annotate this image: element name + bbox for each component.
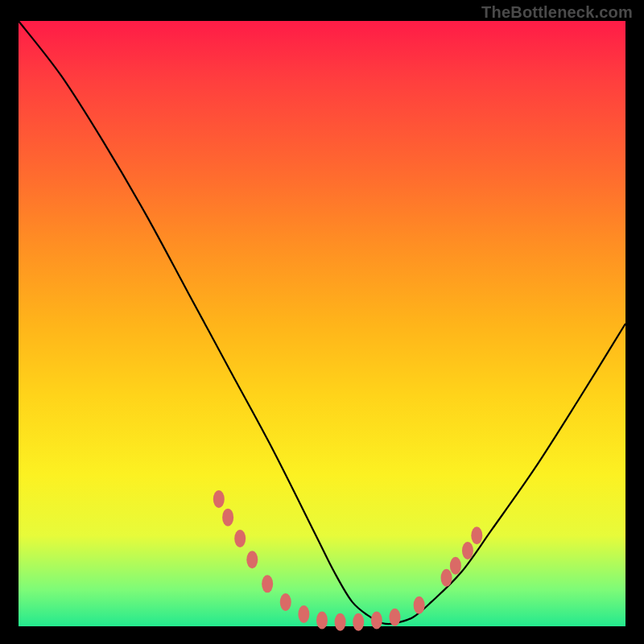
curve-marker (298, 605, 309, 623)
chart-svg (0, 0, 644, 644)
curve-line (19, 21, 625, 624)
curve-marker (389, 609, 400, 626)
curve-marker (414, 597, 425, 614)
curve-marker (246, 551, 258, 568)
curve-marker (450, 557, 461, 575)
curve-markers (213, 490, 482, 631)
curve-marker (213, 490, 225, 508)
curve-marker (335, 613, 346, 631)
curve-marker (441, 569, 452, 587)
curve-marker (234, 530, 246, 547)
chart-stage: TheBottleneck.com (0, 0, 644, 644)
curve-marker (371, 611, 382, 629)
curve-marker (471, 526, 482, 544)
curve-marker (316, 611, 328, 629)
curve-marker (262, 575, 273, 592)
curve-marker (280, 593, 291, 611)
curve-marker (222, 509, 233, 526)
curve-marker (462, 542, 473, 559)
curve-marker (353, 613, 364, 631)
